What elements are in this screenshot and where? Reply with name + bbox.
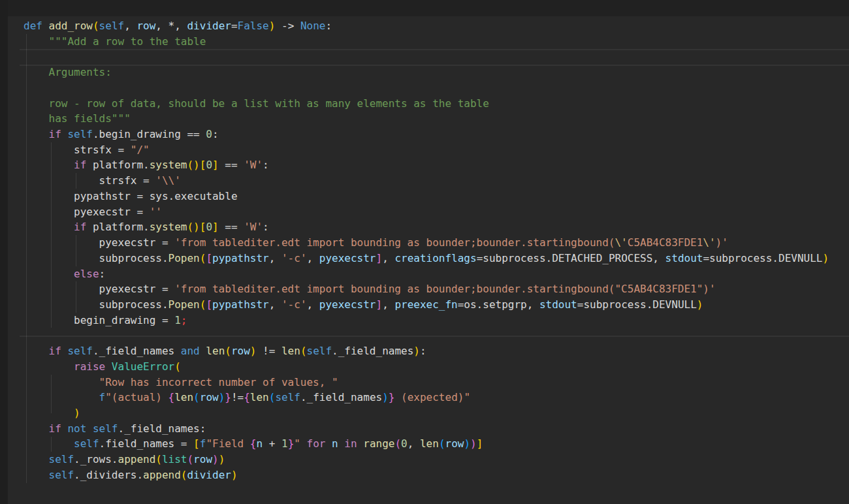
code-line[interactable]: pyexecstr = 'from tablediter.edt import … — [24, 235, 829, 251]
code-line[interactable]: "Row has incorrect number of values, " — [24, 375, 829, 390]
code-line[interactable]: if self._field_names and len(row) != len… — [24, 343, 829, 359]
code-token: (expected)" — [394, 391, 470, 403]
code-line[interactable]: f"(actual) {len(row)}!={len(self._field_… — [24, 390, 829, 405]
code-token: : — [99, 268, 106, 280]
code-token — [24, 206, 74, 218]
code-token: ( — [193, 391, 200, 403]
code-token: if — [49, 345, 68, 357]
code-token: ._rows. — [74, 453, 118, 465]
code-token: for — [307, 437, 332, 450]
code-line[interactable]: def add_row(self, row, *, divider=False)… — [24, 18, 829, 34]
code-line[interactable]: Arguments: — [24, 65, 829, 80]
code-token: ) — [74, 407, 80, 419]
code-token: Popen — [168, 298, 200, 311]
code-token: ( — [439, 437, 445, 450]
code-token: ) — [382, 391, 389, 403]
code-token: =subprocess.DEVNULL — [703, 252, 822, 264]
code-token: '\\' — [155, 174, 181, 187]
code-token: [ — [193, 437, 200, 450]
code-line[interactable]: has fields""" — [24, 111, 829, 127]
code-token: system — [150, 221, 187, 233]
code-line[interactable]: if self.begin_drawing == 0: — [24, 127, 829, 142]
code-token: row — [193, 453, 212, 465]
code-token: "/" — [131, 144, 150, 156]
code-token: 0 — [206, 221, 212, 233]
code-token: pypathstr = sys.executable — [74, 190, 237, 202]
code-token: else — [74, 268, 99, 280]
code-line-blank[interactable] — [24, 328, 829, 343]
code-token: if — [74, 159, 93, 171]
code-line[interactable]: raise ValueError( — [24, 359, 829, 375]
code-token: pyexecstr — [319, 298, 376, 311]
code-token: () — [187, 221, 199, 233]
code-token: self — [275, 391, 300, 403]
code-token — [24, 360, 74, 373]
code-token: ] — [212, 221, 219, 233]
code-token: '-c' — [281, 252, 307, 264]
code-token — [24, 283, 99, 295]
code-token: and — [181, 345, 206, 357]
code-line[interactable]: row - row of data, should be a list with… — [24, 96, 829, 112]
code-token — [24, 437, 74, 450]
code-line[interactable]: self._rows.append(list(row)) — [24, 452, 829, 467]
code-line[interactable]: subprocess.Popen([pypathstr, '-c', pyexe… — [24, 297, 829, 313]
code-token: 'W' — [244, 221, 263, 233]
code-line[interactable]: self._dividers.append(divider) — [24, 467, 829, 483]
code-token: ) — [697, 298, 703, 311]
code-line[interactable]: """Add a row to the table — [24, 34, 829, 50]
code-token: add_row — [49, 20, 93, 32]
code-area[interactable]: def add_row(self, row, *, divider=False)… — [24, 18, 829, 483]
code-line[interactable]: if platform.system()[0] == 'W': — [24, 157, 829, 173]
code-token: ( — [200, 252, 206, 264]
code-line[interactable]: pyexecstr = '' — [24, 204, 829, 220]
code-token — [24, 97, 49, 110]
code-line[interactable]: ) — [24, 405, 829, 421]
code-token: != — [256, 345, 281, 357]
code-line[interactable]: strsfx = "/" — [24, 142, 829, 158]
code-token: ( — [225, 345, 231, 357]
code-token: =subprocess.DETACHED_PROCESS, — [477, 252, 665, 264]
code-line-blank[interactable] — [24, 80, 829, 96]
code-token: divider — [187, 469, 231, 481]
code-token: self — [307, 345, 332, 357]
code-token: n — [256, 437, 263, 450]
code-token: , — [269, 252, 281, 264]
code-token: { — [168, 391, 175, 403]
code-token — [24, 407, 74, 419]
code-line[interactable]: pyexecstr = 'from tablediter.edt import … — [24, 281, 829, 297]
code-token: def — [24, 20, 49, 32]
code-line-blank[interactable] — [24, 49, 829, 65]
code-line[interactable]: else: — [24, 266, 829, 282]
code-token: row - row of data, should be a list with… — [49, 97, 489, 110]
code-token: : — [420, 345, 426, 357]
code-token: { — [244, 391, 250, 403]
code-token: [ — [206, 252, 212, 264]
code-token: strsfx = — [99, 174, 156, 187]
code-token — [24, 376, 99, 388]
code-line[interactable]: strsfx = '\\' — [24, 173, 829, 189]
code-token: ( — [187, 453, 193, 465]
code-line[interactable]: subprocess.Popen([pypathstr, '-c', pyexe… — [24, 251, 829, 266]
code-token: \' — [703, 236, 715, 249]
code-token: } — [225, 391, 231, 403]
code-token: 0 — [206, 128, 212, 140]
code-token: '' — [150, 206, 162, 218]
code-token: ._field_names: — [118, 422, 206, 435]
code-line[interactable]: if platform.system()[0] == 'W': — [24, 219, 829, 235]
code-token — [24, 112, 49, 125]
code-token: if — [49, 422, 68, 435]
code-token: , — [307, 252, 319, 264]
code-line[interactable]: self.field_names = [f"Field {n + 1}" for… — [24, 436, 829, 452]
code-token: if — [74, 221, 93, 233]
code-token: append — [143, 469, 181, 481]
code-line[interactable]: pypathstr = sys.executable — [24, 189, 829, 204]
code-line[interactable]: if not self._field_names: — [24, 421, 829, 437]
code-line[interactable]: begin_drawing = 1; — [24, 313, 829, 328]
code-token: ) — [822, 252, 829, 264]
code-token: : — [325, 20, 332, 32]
code-token: "(actual) — [105, 391, 168, 403]
code-token: creationflags — [394, 252, 476, 264]
code-token: None — [300, 20, 326, 32]
code-token — [24, 422, 49, 435]
code-token: ) — [212, 453, 219, 465]
